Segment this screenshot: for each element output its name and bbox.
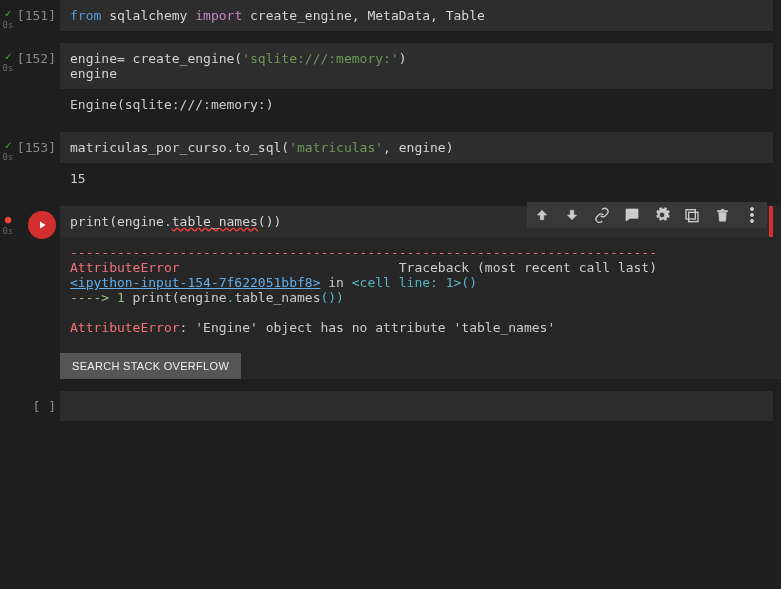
- code-editor[interactable]: engine= create_engine('sqlite:///:memory…: [60, 43, 773, 89]
- check-icon: ✓: [5, 8, 12, 19]
- svg-rect-0: [686, 210, 695, 219]
- cell-gutter: ✓ 0s: [0, 43, 16, 120]
- code-cell: ✓ 0s [151] from sqlalchemy import create…: [0, 0, 781, 31]
- mirror-icon[interactable]: [683, 206, 701, 224]
- traceback-label: [180, 260, 399, 275]
- code-editor[interactable]: [60, 391, 773, 421]
- cell-output: Engine(sqlite:///:memory:): [60, 89, 773, 120]
- search-stackoverflow-button[interactable]: SEARCH STACK OVERFLOW: [60, 353, 241, 379]
- run-button-wrap: [16, 206, 60, 379]
- svg-rect-1: [689, 212, 698, 221]
- exec-count[interactable]: [ ]: [16, 391, 60, 421]
- link-icon[interactable]: [593, 206, 611, 224]
- error-final-name: AttributeError: [70, 320, 180, 335]
- active-indicator: [769, 206, 773, 237]
- code-editor[interactable]: matriculas_por_curso.to_sql('matriculas'…: [60, 132, 773, 163]
- error-output: ----------------------------------------…: [60, 237, 773, 343]
- code-cell-empty: [ ]: [0, 391, 781, 421]
- error-message: : 'Engine' object has no attribute 'tabl…: [180, 320, 556, 335]
- cell-gutter: [0, 391, 16, 421]
- run-button[interactable]: [28, 211, 56, 239]
- cell-gutter: ● 0s: [0, 206, 16, 379]
- comment-icon[interactable]: [623, 206, 641, 224]
- arrow-down-icon[interactable]: [563, 206, 581, 224]
- more-icon[interactable]: [743, 206, 761, 224]
- cell-content: [60, 391, 781, 421]
- trash-icon[interactable]: [713, 206, 731, 224]
- error-separator: ----------------------------------------…: [70, 245, 657, 260]
- svg-point-4: [751, 220, 754, 223]
- exec-count[interactable]: [153]: [16, 132, 60, 194]
- exec-time: 0s: [3, 152, 14, 162]
- arrow-up-icon[interactable]: [533, 206, 551, 224]
- arrow-indicator: ---->: [70, 290, 117, 305]
- cell-content: from sqlalchemy import create_engine, Me…: [60, 0, 781, 31]
- code-cell: ✓ 0s [153] matriculas_por_curso.to_sql('…: [0, 132, 781, 194]
- cell-content: engine= create_engine('sqlite:///:memory…: [60, 43, 781, 120]
- code-cell-active: ● 0s print(engine.table_names()) -------…: [0, 206, 781, 379]
- exec-count[interactable]: [152]: [16, 43, 60, 120]
- error-name: AttributeError: [70, 260, 180, 275]
- cell-content: print(engine.table_names()) ------------…: [60, 206, 781, 379]
- code-editor[interactable]: from sqlalchemy import create_engine, Me…: [60, 0, 773, 31]
- cell-output: 15: [60, 163, 773, 194]
- exec-time: 0s: [3, 226, 14, 236]
- cell-content: matriculas_por_curso.to_sql('matriculas'…: [60, 132, 781, 194]
- cell-toolbar: [527, 202, 767, 228]
- cell-gutter: ✓ 0s: [0, 0, 16, 31]
- exec-time: 0s: [3, 63, 14, 73]
- exec-time: 0s: [3, 20, 14, 30]
- cell-gutter: ✓ 0s: [0, 132, 16, 194]
- check-icon: ✓: [5, 140, 12, 151]
- gear-icon[interactable]: [653, 206, 671, 224]
- svg-point-2: [751, 208, 754, 211]
- code-cell: ✓ 0s [152] engine= create_engine('sqlite…: [0, 43, 781, 120]
- svg-point-3: [751, 214, 754, 217]
- traceback-link[interactable]: <ipython-input-154-7f622051bbf8>: [70, 275, 320, 290]
- check-icon: ✓: [5, 51, 12, 62]
- error-icon: ●: [5, 214, 12, 225]
- exec-count[interactable]: [151]: [16, 0, 60, 31]
